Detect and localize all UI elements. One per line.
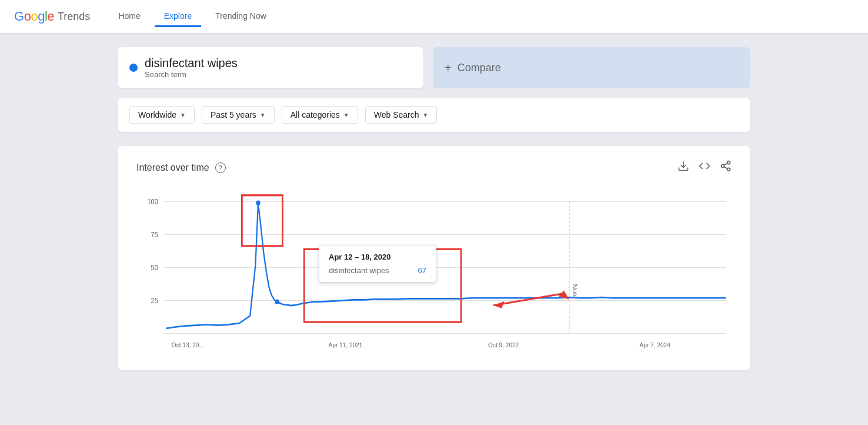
chart-actions	[677, 160, 732, 175]
chart-container: 100 75 50 25 Oct 13, 20... Apr 11, 2021 …	[136, 189, 732, 356]
filter-period-label: Past 5 years	[211, 110, 256, 119]
chart-section: Interest over time ?	[118, 146, 750, 370]
svg-text:Oct 9, 2022: Oct 9, 2022	[488, 341, 519, 348]
svg-point-2	[722, 165, 725, 168]
search-term-text: disinfectant wipes	[145, 57, 412, 70]
filter-region[interactable]: Worldwide ▼	[129, 106, 195, 124]
filter-row: Worldwide ▼ Past 5 years ▼ All categorie…	[118, 98, 750, 132]
tooltip-date: Apr 12 – 18, 2020	[329, 253, 426, 261]
main-nav: Home Explore Trending Now	[109, 6, 275, 27]
tooltip-term: disinfectant wipes	[329, 266, 389, 275]
search-compare-row: disinfectant wipes Search term + Compare	[118, 47, 750, 88]
svg-text:Note: Note	[572, 284, 578, 299]
filter-period-arrow: ▼	[260, 112, 266, 118]
chart-header: Interest over time ?	[136, 160, 732, 175]
header: Google Trends Home Explore Trending Now	[0, 0, 868, 33]
filter-region-arrow: ▼	[180, 112, 186, 118]
search-box: disinfectant wipes Search term	[118, 47, 423, 88]
svg-text:100: 100	[147, 197, 158, 206]
svg-text:50: 50	[151, 263, 159, 272]
compare-label: Compare	[458, 62, 501, 74]
filter-type-arrow: ▼	[422, 112, 428, 118]
embed-button[interactable]	[699, 160, 710, 175]
nav-explore[interactable]: Explore	[155, 6, 201, 27]
chart-title-area: Interest over time ?	[136, 162, 226, 173]
download-button[interactable]	[677, 160, 689, 175]
filter-type-label: Web Search	[374, 110, 419, 119]
svg-text:75: 75	[151, 230, 159, 239]
nav-home[interactable]: Home	[109, 6, 149, 27]
share-button[interactable]	[720, 160, 732, 175]
svg-point-22	[275, 299, 279, 304]
filter-category-arrow: ▼	[343, 112, 349, 118]
logo-area: Google Trends	[14, 9, 90, 24]
svg-text:Oct 13, 20...: Oct 13, 20...	[172, 341, 204, 348]
svg-text:25: 25	[151, 296, 159, 305]
tooltip-row: disinfectant wipes 67	[329, 266, 426, 275]
google-logo: Google	[14, 9, 54, 24]
svg-point-21	[256, 200, 260, 205]
compare-box[interactable]: + Compare	[433, 47, 750, 88]
search-type-text: Search term	[145, 70, 412, 79]
filter-category-label: All categories	[291, 110, 340, 119]
svg-text:Apr 7, 2024: Apr 7, 2024	[640, 341, 670, 348]
search-dot-indicator	[129, 64, 138, 72]
trends-logo-text: Trends	[58, 11, 90, 23]
svg-line-4	[724, 167, 727, 168]
filter-type[interactable]: Web Search ▼	[365, 106, 438, 124]
chart-tooltip: Apr 12 – 18, 2020 disinfectant wipes 67	[319, 245, 436, 283]
nav-trending[interactable]: Trending Now	[206, 6, 276, 27]
tooltip-value: 67	[418, 266, 426, 275]
help-icon[interactable]: ?	[215, 162, 226, 173]
chart-title: Interest over time	[136, 162, 209, 173]
filter-period[interactable]: Past 5 years ▼	[202, 106, 275, 124]
svg-point-1	[727, 161, 730, 164]
compare-plus-icon: +	[445, 61, 452, 75]
svg-line-5	[724, 163, 727, 165]
filter-category[interactable]: All categories ▼	[282, 106, 358, 124]
svg-point-3	[727, 168, 730, 171]
search-text-area: disinfectant wipes Search term	[145, 57, 412, 79]
main-content: disinfectant wipes Search term + Compare…	[0, 33, 868, 384]
svg-text:Apr 11, 2021: Apr 11, 2021	[329, 341, 363, 348]
filter-region-label: Worldwide	[138, 110, 176, 119]
